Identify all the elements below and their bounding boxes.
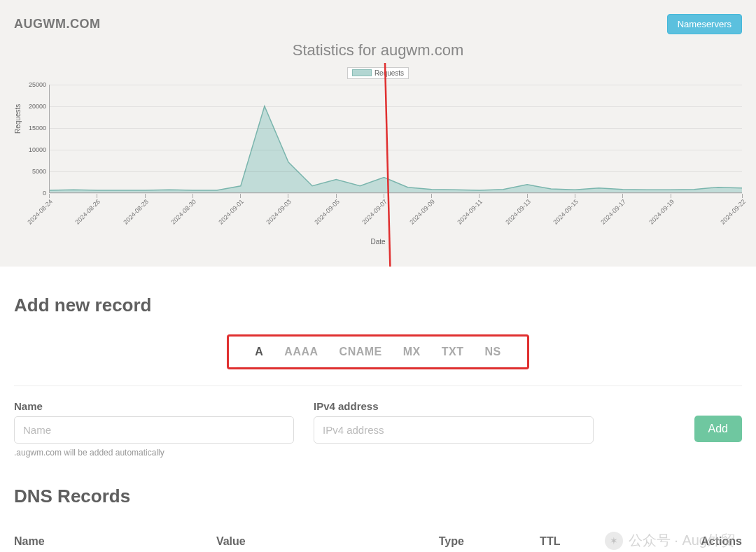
record-type-tab-txt[interactable]: TXT	[442, 346, 464, 358]
dns-records-heading: DNS Records	[14, 486, 742, 507]
stats-title: Statistics for augwm.com	[14, 41, 742, 59]
records-col-value: Value	[216, 535, 439, 548]
x-tick-label: 2024-09-17	[600, 198, 628, 226]
name-input[interactable]	[14, 416, 294, 444]
y-tick-label: 25000	[25, 81, 46, 88]
x-tick-label: 2024-09-19	[648, 198, 676, 226]
chart-xlabel: Date	[14, 238, 742, 246]
y-tick-label: 5000	[25, 168, 46, 175]
records-col-type: Type	[439, 535, 540, 548]
add-record-heading: Add new record	[14, 295, 742, 316]
y-tick-label: 0	[25, 190, 46, 197]
record-type-tab-cname[interactable]: CNAME	[340, 346, 382, 358]
x-tick-label: 2024-09-05	[313, 198, 341, 226]
x-tick-label: 2024-08-24	[26, 198, 54, 226]
x-tick-label: 2024-09-03	[265, 198, 293, 226]
name-field-label: Name	[14, 400, 294, 412]
legend-label: Requests	[374, 69, 404, 77]
x-tick-label: 2024-09-13	[504, 198, 532, 226]
x-tick-label: 2024-08-30	[169, 198, 197, 226]
y-tick-label: 20000	[25, 103, 46, 110]
domain-title: AUGWM.COM	[14, 17, 100, 31]
chart-legend: Requests	[14, 66, 742, 79]
add-record-button[interactable]: Add	[694, 416, 742, 442]
chart-ylabel: Requests	[14, 104, 22, 134]
y-tick-label: 15000	[25, 125, 46, 132]
x-tick-label: 2024-09-22	[719, 198, 747, 226]
nameservers-button[interactable]: Nameservers	[667, 14, 742, 34]
x-tick-label: 2024-09-01	[218, 198, 246, 226]
value-field-label: IPv4 address	[314, 400, 594, 412]
chart: Requests 0500010000150002000025000 2024-…	[14, 85, 742, 246]
value-input[interactable]	[314, 416, 594, 444]
name-field-hint: .augwm.com will be added automatically	[14, 448, 294, 458]
x-tick-label: 2024-08-28	[122, 198, 150, 226]
legend-swatch-requests	[352, 69, 372, 76]
wechat-icon: ✶	[605, 532, 623, 550]
record-type-tab-a[interactable]: A	[255, 346, 263, 358]
x-tick-label: 2024-09-11	[456, 198, 484, 226]
x-tick-label: 2024-09-09	[409, 198, 437, 226]
statistics-panel: AUGWM.COM Nameservers Statistics for aug…	[0, 0, 756, 267]
watermark: ✶ 公众号 · Aug外贸	[605, 531, 735, 550]
x-tick-label: 2024-08-26	[74, 198, 102, 226]
record-type-tab-ns[interactable]: NS	[484, 346, 500, 358]
x-tick-label: 2024-09-15	[552, 198, 580, 226]
record-type-tabs: AAAAACNAMEMXTXTNS	[237, 337, 519, 367]
x-tick-label: 2024-09-07	[360, 198, 388, 226]
dns-management-panel: Add new record AAAAACNAMEMXTXTNS Name .a…	[0, 267, 756, 552]
y-tick-label: 10000	[25, 146, 46, 153]
record-type-tab-aaaa[interactable]: AAAA	[284, 346, 318, 358]
records-col-name: Name	[14, 535, 216, 548]
record-type-tab-mx[interactable]: MX	[403, 346, 421, 358]
watermark-text: 公众号 · Aug外贸	[629, 531, 735, 550]
